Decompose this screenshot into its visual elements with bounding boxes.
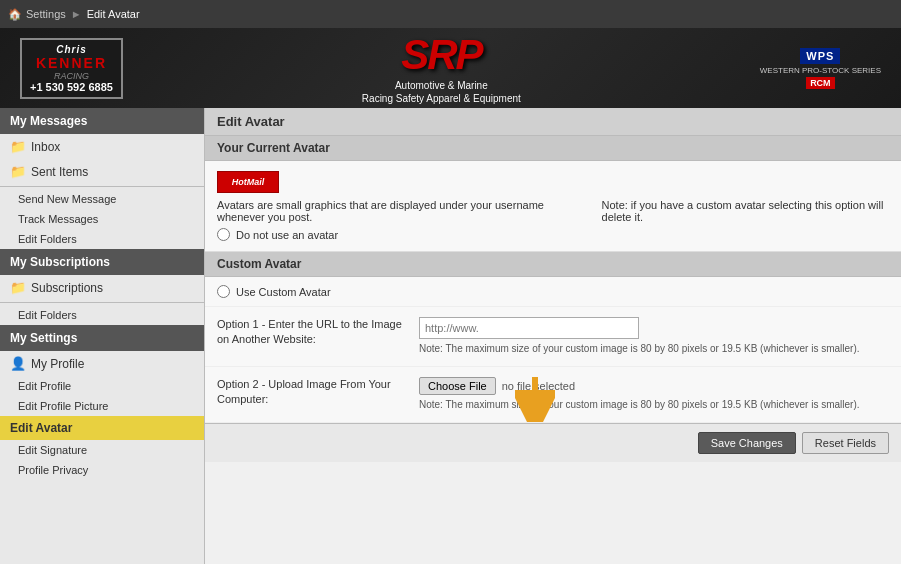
brand-main: KENNER	[36, 55, 107, 71]
sidebar-item-profile-privacy[interactable]: Profile Privacy	[0, 460, 204, 480]
avatar-delete-note: Note: if you have a custom avatar select…	[602, 199, 889, 223]
current-page-breadcrumb: Edit Avatar	[87, 8, 140, 20]
option2-label: Option 2 - Upload Image From Your Comput…	[217, 377, 407, 412]
sidebar-item-edit-profile-picture[interactable]: Edit Profile Picture	[0, 396, 204, 416]
wps-sub-text: WESTERN PRO-STOCK SERIES	[760, 66, 881, 75]
option2-row: Option 2 - Upload Image From Your Comput…	[205, 367, 901, 423]
top-nav: 🏠 Settings ► Edit Avatar	[0, 0, 901, 28]
settings-breadcrumb[interactable]: Settings	[26, 8, 66, 20]
subs-divider	[0, 302, 204, 303]
main-layout: My Messages 📁 Inbox 📁 Sent Items Send Ne…	[0, 108, 901, 564]
option1-row: Option 1 - Enter the URL to the Image on…	[205, 307, 901, 367]
inbox-folder-icon: 📁	[10, 139, 26, 154]
sent-folder-icon: 📁	[10, 164, 26, 179]
brand-sub: RACING	[54, 71, 89, 81]
save-changes-button[interactable]: Save Changes	[698, 432, 796, 454]
current-avatar-section-title: Your Current Avatar	[205, 136, 901, 161]
use-custom-label: Use Custom Avatar	[236, 286, 331, 298]
sidebar-settings-header: My Settings	[0, 325, 204, 351]
option1-label: Option 1 - Enter the URL to the Image on…	[217, 317, 407, 356]
sidebar-item-track-messages[interactable]: Track Messages	[0, 209, 204, 229]
reset-fields-button[interactable]: Reset Fields	[802, 432, 889, 454]
custom-avatar-section-title: Custom Avatar	[205, 252, 901, 277]
sidebar-item-subscriptions[interactable]: 📁 Subscriptions	[0, 275, 204, 300]
do-not-use-row: Do not use an avatar	[217, 228, 592, 241]
subscriptions-label: Subscriptions	[31, 281, 103, 295]
arrow-annotation	[515, 372, 555, 425]
edit-avatar-label: Edit Avatar	[10, 421, 72, 435]
banner-left-logo: Chris KENNER RACING +1 530 592 6885	[20, 38, 123, 99]
sent-items-label: Sent Items	[31, 165, 88, 179]
option2-note: Note: The maximum size of your custom im…	[419, 398, 889, 412]
option1-content: Note: The maximum size of your custom im…	[419, 317, 889, 356]
banner-right-logo: WPS WESTERN PRO-STOCK SERIES RCM	[760, 48, 881, 89]
sidebar-item-my-profile[interactable]: 👤 My Profile	[0, 351, 204, 376]
avatar-description: Avatars are small graphics that are disp…	[217, 199, 592, 223]
do-not-use-label: Do not use an avatar	[236, 229, 338, 241]
choose-file-button[interactable]: Choose File	[419, 377, 496, 395]
srp-sub-line1: Automotive & Marine	[362, 79, 521, 92]
my-profile-label: My Profile	[31, 357, 84, 371]
url-input[interactable]	[419, 317, 639, 339]
banner: Chris KENNER RACING +1 530 592 6885 SRP …	[0, 28, 901, 108]
home-icon: 🏠	[8, 8, 22, 21]
brand-phone: +1 530 592 6885	[30, 81, 113, 93]
sidebar-subscriptions-header: My Subscriptions	[0, 249, 204, 275]
content-area: Edit Avatar Your Current Avatar HotMail …	[205, 108, 901, 564]
arrow-icon	[515, 372, 555, 422]
profile-user-icon: 👤	[10, 356, 26, 371]
sidebar-item-send-new-message[interactable]: Send New Message	[0, 189, 204, 209]
sidebar-item-edit-folders-messages[interactable]: Edit Folders	[0, 229, 204, 249]
breadcrumb-separator: ►	[71, 8, 82, 20]
srp-sub-line2: Racing Safety Apparel & Equipment	[362, 92, 521, 105]
content-header: Edit Avatar	[205, 108, 901, 136]
sidebar: My Messages 📁 Inbox 📁 Sent Items Send Ne…	[0, 108, 205, 564]
brand-italic-name: Chris	[56, 44, 87, 55]
option1-note: Note: The maximum size of your custom im…	[419, 342, 889, 356]
rcm-badge: RCM	[806, 77, 835, 89]
use-custom-radio-row: Use Custom Avatar	[217, 285, 889, 298]
banner-center-logo: SRP Automotive & Marine Racing Safety Ap…	[362, 31, 521, 105]
sidebar-item-edit-folders-subs[interactable]: Edit Folders	[0, 305, 204, 325]
use-custom-row: Use Custom Avatar	[205, 277, 901, 307]
file-upload-row: Choose File no file selected	[419, 377, 889, 395]
use-custom-radio[interactable]	[217, 285, 230, 298]
sidebar-messages-header: My Messages	[0, 108, 204, 134]
sidebar-item-edit-signature[interactable]: Edit Signature	[0, 440, 204, 460]
inbox-label: Inbox	[31, 140, 60, 154]
sidebar-item-edit-avatar[interactable]: Edit Avatar	[0, 416, 204, 440]
sidebar-item-inbox[interactable]: 📁 Inbox	[0, 134, 204, 159]
srp-logo-text: SRP	[362, 31, 521, 79]
subs-folder-icon: 📁	[10, 280, 26, 295]
avatar-info-row: Avatars are small graphics that are disp…	[217, 199, 889, 241]
do-not-use-radio[interactable]	[217, 228, 230, 241]
wps-logo-text: WPS	[800, 48, 840, 64]
current-avatar-section-body: HotMail Avatars are small graphics that …	[205, 161, 901, 252]
option2-content: Choose File no file selected Note: The m…	[419, 377, 889, 412]
messages-divider	[0, 186, 204, 187]
sidebar-item-sent[interactable]: 📁 Sent Items	[0, 159, 204, 184]
current-avatar-image: HotMail	[217, 171, 279, 193]
action-buttons-row: Save Changes Reset Fields	[205, 423, 901, 462]
sidebar-item-edit-profile[interactable]: Edit Profile	[0, 376, 204, 396]
